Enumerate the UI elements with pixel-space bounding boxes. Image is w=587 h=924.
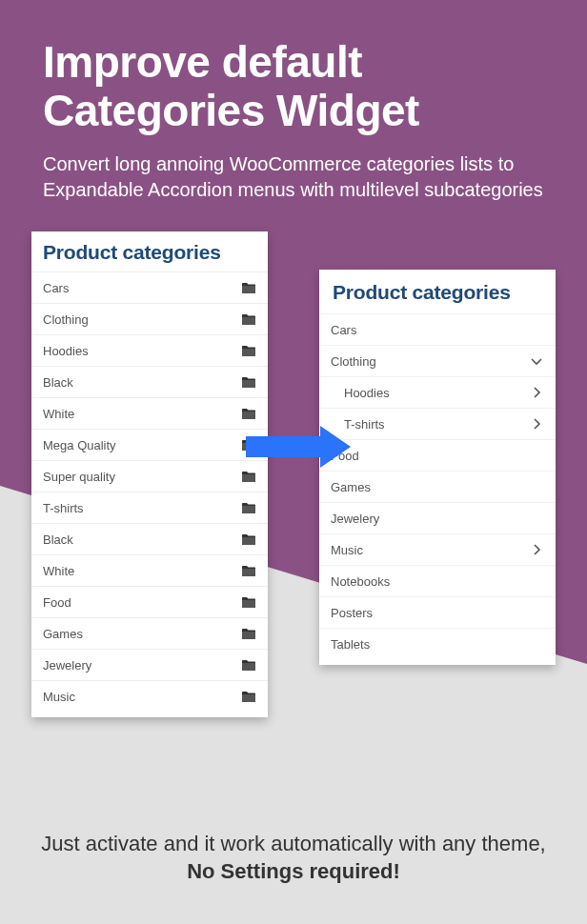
list-item-label: Super quality	[43, 470, 241, 484]
list-item[interactable]: Music	[31, 680, 268, 712]
list-item[interactable]: T-shirts	[319, 408, 556, 439]
left-panel: Product categories CarsClothingHoodiesBl…	[31, 231, 268, 717]
icon-slot	[241, 596, 256, 608]
folder-icon	[242, 565, 255, 576]
list-item-label: Games	[43, 627, 241, 641]
page-subtitle: Convert long annoing WooCommerce categor…	[43, 151, 544, 203]
icon-slot	[241, 282, 256, 293]
list-item-label: Clothing	[43, 312, 241, 327]
list-item[interactable]: Jewelery	[319, 502, 556, 533]
right-list: CarsClothingHoodiesT-shirtsFoodGamesJewe…	[319, 313, 556, 659]
list-item[interactable]: Jewelery	[31, 649, 268, 680]
icon-slot	[241, 565, 256, 576]
list-item[interactable]: Hoodies	[319, 376, 556, 408]
list-item[interactable]: Super quality	[31, 460, 268, 492]
footer-line-1: Just activate and it work automatically …	[41, 832, 545, 855]
right-panel: Product categories CarsClothingHoodiesT-…	[319, 270, 556, 665]
list-item[interactable]: Cars	[31, 271, 268, 303]
list-item-label: T-shirts	[331, 417, 529, 432]
list-item-label: Food	[331, 449, 529, 463]
list-item[interactable]: Food	[31, 586, 268, 617]
list-item-label: Clothing	[331, 354, 529, 369]
list-item[interactable]: Hoodies	[31, 334, 268, 366]
list-item[interactable]: Games	[31, 617, 268, 649]
conversion-arrow	[246, 426, 351, 468]
list-item-label: Hoodies	[331, 386, 529, 400]
folder-icon	[242, 376, 255, 388]
list-item[interactable]: Black	[31, 366, 268, 397]
list-item-label: Black	[43, 532, 241, 547]
list-item-label: Food	[43, 595, 241, 610]
folder-icon	[242, 408, 255, 419]
footer-line-2: No Settings required!	[187, 859, 400, 883]
icon-slot	[241, 345, 256, 356]
list-item[interactable]: White	[31, 554, 268, 586]
folder-icon	[242, 313, 255, 325]
list-item-label: Mega Quality	[43, 438, 241, 452]
icon-slot	[241, 376, 256, 388]
list-item-label: Music	[43, 690, 241, 704]
list-item[interactable]: Games	[319, 471, 556, 502]
list-item-label: Jewelery	[43, 658, 241, 673]
icon-slot	[241, 408, 256, 419]
folder-icon	[242, 691, 255, 702]
footer-copy: Just activate and it work automatically …	[0, 830, 587, 886]
list-item[interactable]: Black	[31, 523, 268, 554]
icon-slot	[529, 386, 544, 399]
icon-slot	[241, 691, 256, 702]
folder-icon	[242, 502, 255, 513]
icon-slot	[241, 471, 256, 482]
list-item[interactable]: Clothing	[31, 303, 268, 334]
list-item-label: Jewelery	[331, 512, 529, 526]
list-item-label: Posters	[331, 606, 529, 620]
list-item[interactable]: Food	[319, 439, 556, 471]
list-item[interactable]: Music	[319, 533, 556, 565]
icon-slot	[529, 417, 544, 431]
icon-slot	[529, 543, 544, 556]
list-item[interactable]: Posters	[319, 596, 556, 628]
list-item-label: T-shirts	[43, 501, 241, 515]
icon-slot	[241, 659, 256, 671]
list-item-label: Music	[331, 543, 529, 557]
panels-area: Product categories CarsClothingHoodiesBl…	[43, 231, 544, 746]
page-title: Improve default Categories Widget	[43, 38, 544, 134]
list-item-label: Black	[43, 375, 241, 390]
list-item-label: Hoodies	[43, 344, 241, 358]
list-item[interactable]: Cars	[319, 313, 556, 345]
list-item[interactable]: Clothing	[319, 345, 556, 376]
folder-icon	[242, 659, 255, 671]
icon-slot	[241, 628, 256, 639]
right-panel-title: Product categories	[319, 270, 556, 313]
chevron-right-icon	[533, 543, 541, 556]
list-item[interactable]: Notebooks	[319, 565, 556, 596]
list-item-label: White	[43, 407, 241, 421]
list-item-label: White	[43, 564, 241, 578]
chevron-right-icon	[533, 417, 541, 431]
list-item[interactable]: White	[31, 397, 268, 429]
icon-slot	[241, 313, 256, 325]
chevron-down-icon	[530, 357, 543, 366]
left-list: CarsClothingHoodiesBlackWhiteMega Qualit…	[31, 271, 268, 712]
list-item-label: Cars	[331, 323, 529, 337]
icon-slot	[241, 502, 256, 513]
chevron-right-icon	[533, 386, 541, 399]
folder-icon	[242, 596, 255, 608]
content: Improve default Categories Widget Conver…	[0, 0, 587, 746]
folder-icon	[242, 471, 255, 482]
folder-icon	[242, 282, 255, 293]
list-item[interactable]: T-shirts	[31, 492, 268, 523]
list-item-label: Notebooks	[331, 574, 529, 589]
list-item-label: Tablets	[331, 637, 529, 652]
list-item[interactable]: Mega Quality	[31, 429, 268, 460]
folder-icon	[242, 533, 255, 545]
icon-slot	[241, 533, 256, 545]
folder-icon	[242, 628, 255, 639]
list-item-label: Cars	[43, 281, 241, 295]
list-item[interactable]: Tablets	[319, 628, 556, 659]
icon-slot	[529, 357, 544, 366]
list-item-label: Games	[331, 480, 529, 494]
left-panel-title: Product categories	[31, 231, 268, 271]
folder-icon	[242, 345, 255, 356]
